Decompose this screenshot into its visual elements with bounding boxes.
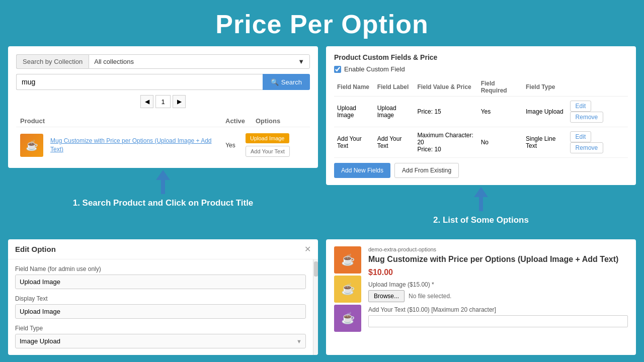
step1-arrow (8, 170, 318, 194)
arrow-up-icon (156, 170, 170, 180)
col-product: Product (20, 117, 50, 125)
cf-row2-edit-btn[interactable]: Edit (570, 131, 592, 142)
product-preview-section: ☕ ☕ ☕ demo-extra-product-options Mug Cus… (326, 239, 636, 355)
cf-row1-type: Image Upload (523, 97, 567, 127)
field-type-label: Field Type (15, 325, 306, 332)
arrow-shaft (161, 180, 165, 194)
product-image: ☕ (20, 134, 43, 157)
cf-row-2: Add Your Text Add Your Text Maximum Char… (334, 127, 628, 158)
display-text-input[interactable] (15, 304, 306, 319)
col-options: Options (256, 117, 306, 125)
page-title: Price Per Option (0, 0, 644, 46)
cf-row1-actions: Edit Remove (567, 97, 628, 127)
mug3-icon: ☕ (341, 312, 355, 325)
display-text-label: Display Text (15, 295, 306, 302)
step2-arrow (326, 187, 636, 211)
mug-image-1: ☕ (334, 246, 361, 274)
mug1-icon: ☕ (341, 253, 355, 266)
col-empty (50, 117, 225, 125)
product-row: ☕ Mug Customize with Price per Options (… (16, 130, 310, 160)
add-new-fields-btn[interactable]: Add New Fields (334, 163, 390, 178)
cf-col-actions (567, 78, 628, 97)
browse-button[interactable]: Browse... (368, 290, 405, 302)
cf-row2-actions: Edit Remove (567, 127, 628, 158)
enable-custom-field-checkbox[interactable] (334, 66, 341, 73)
step1-label: 1. Search Product and Click on Product T… (8, 198, 318, 208)
mug-image-3: ☕ (334, 305, 361, 332)
search-panel: Search by Collection All collections ▼ 🔍… (8, 46, 318, 168)
search-input[interactable] (16, 74, 263, 90)
cf-row1-remove-btn[interactable]: Remove (570, 112, 604, 123)
product-preview-panel: ☕ ☕ ☕ demo-extra-product-options Mug Cus… (326, 239, 636, 355)
text-field-input[interactable] (368, 315, 628, 327)
scrollbar-thumb (314, 261, 318, 277)
cf-row-1: Upload Image Upload Image Price: 15 Yes … (334, 97, 628, 127)
field-type-group: Field Type Image Upload ▼ (15, 325, 306, 348)
close-button[interactable]: ✕ (304, 244, 311, 254)
prev-page-btn[interactable]: ◀ (140, 95, 153, 108)
product-title-link[interactable]: Mug Customize with Price per Options (Up… (50, 137, 215, 154)
cf-col-type: Field Type (523, 78, 567, 97)
chevron-down-icon: ▼ (298, 58, 304, 65)
upload-field-label: Upload Image ($15.00) * (368, 281, 628, 288)
page-number: 1 (155, 95, 171, 108)
field-name-input[interactable] (15, 275, 306, 289)
custom-fields-panel: Product Custom Fields & Price Enable Cus… (326, 46, 636, 185)
cf-col-field-name: Field Name (334, 78, 374, 97)
preview-inner: ☕ ☕ ☕ demo-extra-product-options Mug Cus… (334, 246, 628, 332)
field-type-select-wrap: Image Upload ▼ (15, 334, 306, 348)
mug2-icon: ☕ (341, 283, 355, 296)
step2-label: 2. List of Some Options (326, 215, 636, 225)
add-text-option-btn[interactable]: Add Your Text (246, 146, 290, 157)
search-by-collection-btn[interactable]: Search by Collection (16, 54, 89, 69)
add-from-existing-btn[interactable]: Add From Existing (394, 163, 459, 178)
text-field-label: Add Your Text ($10.00) [Maximum 20 chara… (368, 306, 628, 313)
cf-row2-type: Single Line Text (523, 127, 567, 158)
table-header: Product Active Options (16, 115, 310, 127)
cf-row2-name: Add Your Text (334, 127, 374, 158)
collection-row: Search by Collection All collections ▼ (16, 54, 310, 69)
required-checkbox[interactable] (15, 355, 22, 355)
cf-row2-label: Add Your Text (374, 127, 415, 158)
field-type-select[interactable]: Image Upload (15, 334, 306, 348)
upload-image-option-btn[interactable]: Upload Image (246, 133, 289, 143)
preview-price: $10.00 (368, 268, 628, 277)
field-name-group: Field Name (for admin use only) (15, 265, 306, 289)
required-label: Required (25, 354, 52, 355)
next-page-btn[interactable]: ▶ (173, 95, 186, 108)
form-scrollbar[interactable] (313, 259, 318, 355)
custom-fields-title: Product Custom Fields & Price (334, 53, 628, 61)
mugs-column: ☕ ☕ ☕ (334, 246, 361, 332)
preview-details: demo-extra-product-options Mug Customize… (368, 246, 628, 332)
cf-col-field-label: Field Label (374, 78, 415, 97)
cf-row1-edit-btn[interactable]: Edit (570, 101, 592, 112)
edit-option-section: Edit Option ✕ Field Name (for admin use … (8, 239, 318, 355)
browse-row: Browse... No file selected. (368, 290, 628, 302)
edit-form: Field Name (for admin use only) Display … (8, 259, 313, 355)
cf-row2-value-line1: Maximum Character: 20 (417, 132, 474, 146)
field-name-label: Field Name (for admin use only) (15, 265, 306, 273)
collection-select[interactable]: All collections ▼ (89, 54, 310, 69)
cf-row2-value: Maximum Character: 20 Price: 10 (414, 127, 477, 158)
mug-icon: ☕ (26, 139, 38, 151)
store-name: demo-extra-product-options (368, 246, 628, 252)
search-button[interactable]: 🔍 Search (263, 74, 310, 90)
display-text-group: Display Text (15, 295, 306, 319)
collection-value: All collections (94, 58, 134, 65)
enable-custom-field-label: Enable Custom Field (344, 65, 405, 73)
cf-row1-name: Upload Image (334, 97, 374, 127)
arrow-up-icon-2 (474, 187, 488, 197)
cf-row2-required: No (478, 127, 523, 158)
cf-row1-value: Price: 15 (414, 97, 477, 127)
required-group: Required (15, 354, 306, 355)
arrow-shaft-2 (479, 197, 483, 211)
cf-row1-label: Upload Image (374, 97, 415, 127)
no-file-text: No file selected. (409, 293, 451, 300)
cf-bottom-btns: Add New Fields Add From Existing (334, 163, 628, 178)
product-options: Upload Image Add Your Text (246, 133, 306, 157)
edit-option-header: Edit Option ✕ (8, 239, 318, 259)
cf-row2-remove-btn[interactable]: Remove (570, 142, 604, 153)
edit-option-panel: Edit Option ✕ Field Name (for admin use … (8, 239, 318, 355)
col-active: Active (225, 117, 256, 125)
product-active: Yes (215, 142, 246, 149)
